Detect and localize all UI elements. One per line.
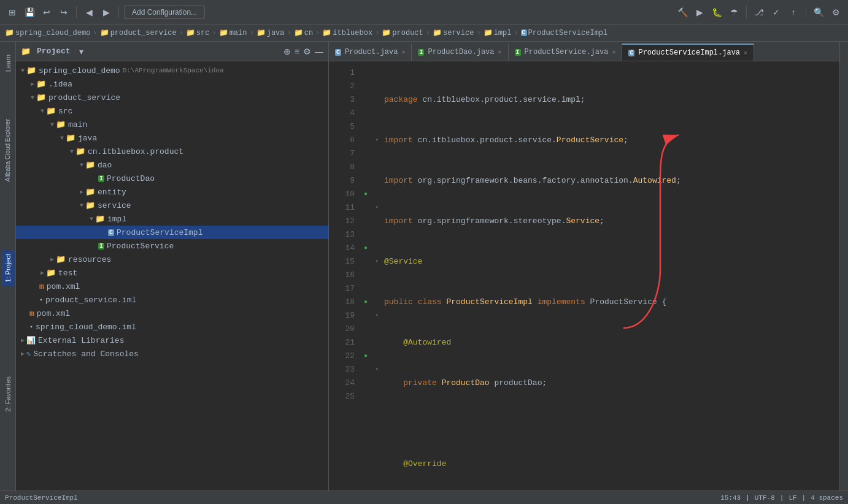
line-num-25: 25 bbox=[329, 390, 360, 403]
fold-15[interactable]: ▾ bbox=[372, 255, 382, 269]
sidebar-tab-learn[interactable]: Learn bbox=[2, 51, 14, 75]
bc-product-service[interactable]: product_service bbox=[110, 29, 177, 37]
toolbar-btn-forward[interactable]: ▶ bbox=[99, 5, 114, 20]
tree-item-productdao[interactable]: I ProductDao bbox=[16, 172, 328, 185]
tree-label: pom.xml bbox=[37, 309, 71, 318]
fold-12 bbox=[372, 215, 382, 228]
toolbar-btn-undo[interactable]: ↩ bbox=[39, 5, 54, 20]
toolbar-btn-save[interactable]: 💾 bbox=[22, 5, 37, 20]
tree-item-java[interactable]: ▼ 📁 java bbox=[16, 131, 328, 145]
tab-productdao-java[interactable]: I ProductDao.java ✕ bbox=[412, 44, 508, 61]
tree-item-external-libs[interactable]: ▶ 📊 External Libraries bbox=[16, 334, 328, 347]
project-options-btn[interactable]: ≡ bbox=[295, 47, 299, 56]
line-num-24: 24 bbox=[329, 376, 360, 390]
bc-java[interactable]: java bbox=[267, 29, 285, 37]
tree-item-demo-iml[interactable]: ▪ spring_cloud_demo.iml bbox=[16, 320, 328, 334]
folder-icon: 📁 bbox=[95, 214, 105, 224]
tree-item-dao[interactable]: ▼ 📁 dao bbox=[16, 158, 328, 172]
gutter-23 bbox=[360, 363, 372, 376]
toolbar-btn-grid[interactable]: ⊞ bbox=[5, 5, 20, 20]
tree-label: resources bbox=[68, 255, 111, 264]
tab-close-btn[interactable]: ✕ bbox=[612, 48, 615, 56]
bc-productserviceimpl[interactable]: ProductServiceImpl bbox=[528, 29, 608, 37]
toolbar-btn-run[interactable]: ▶ bbox=[692, 5, 707, 20]
tree-item-product-iml[interactable]: ▪ product_service.iml bbox=[16, 293, 328, 307]
tree-item-productservice[interactable]: I ProductService bbox=[16, 239, 328, 253]
tree-item-entity[interactable]: ▶ 📁 entity bbox=[16, 185, 328, 199]
toolbar-btn-back[interactable]: ◀ bbox=[82, 5, 96, 20]
bc-src[interactable]: src bbox=[196, 29, 210, 37]
tree-item-cn-itbluebox-product[interactable]: ▼ 📁 cn.itbluebox.product bbox=[16, 145, 328, 158]
kw: class bbox=[418, 296, 442, 309]
bc-spring-cloud-demo[interactable]: spring_cloud_demo bbox=[15, 29, 90, 37]
tab-productservice-java[interactable]: I ProductService.java ✕ bbox=[509, 44, 623, 61]
code-editor[interactable]: 1 2 3 4 5 6 7 8 9 10 11 12 13 14 15 16 1… bbox=[329, 61, 839, 491]
sidebar-tab-alibaba[interactable]: Alibaba Cloud Explorer bbox=[2, 115, 13, 185]
gutter-14: ● bbox=[360, 242, 372, 255]
toolbar-btn-debug[interactable]: 🐛 bbox=[709, 5, 724, 20]
toolbar-btn-coverage[interactable]: ☂ bbox=[727, 5, 741, 20]
tree-label: service bbox=[98, 201, 131, 210]
sidebar-tab-favorites[interactable]: 2: Favorites bbox=[2, 373, 14, 415]
kw: package bbox=[384, 93, 418, 107]
tree-item-productserviceimpl[interactable]: C ProductServiceImpl bbox=[16, 226, 328, 239]
status-encoding: UTF-8 bbox=[755, 494, 775, 502]
project-minimize-btn[interactable]: — bbox=[315, 47, 323, 56]
toolbar-btn-commit[interactable]: ✓ bbox=[769, 5, 784, 20]
toolbar-btn-settings[interactable]: ⚙ bbox=[828, 5, 843, 20]
toolbar-btn-redo[interactable]: ↪ bbox=[56, 5, 71, 20]
left-panel-labels: Learn Alibaba Cloud Explorer 1: Project … bbox=[0, 42, 16, 491]
tab-close-btn[interactable]: ✕ bbox=[744, 49, 747, 56]
fold-23[interactable]: ▾ bbox=[372, 363, 382, 376]
bc-service[interactable]: service bbox=[443, 29, 474, 37]
tree-item-scratches[interactable]: ▶ ✎ Scratches and Consoles bbox=[16, 347, 328, 361]
arrow-icon: ▶ bbox=[50, 256, 54, 263]
toolbar-btn-build[interactable]: 🔨 bbox=[675, 5, 690, 20]
editor-area: C Product.java ✕ I ProductDao.java ✕ I P… bbox=[329, 42, 839, 491]
annotation: @Override bbox=[403, 457, 446, 471]
tree-item-impl[interactable]: ▼ 📁 impl bbox=[16, 212, 328, 226]
toolbar-btn-push[interactable]: ↑ bbox=[786, 5, 801, 20]
fold-19[interactable]: ▾ bbox=[372, 309, 382, 323]
tree-item-resources[interactable]: ▶ 📁 resources bbox=[16, 253, 328, 266]
tab-productserviceimpl-java[interactable]: C ProductServiceImpl.java ✕ bbox=[622, 44, 754, 61]
tree-item-src[interactable]: ▼ 📁 src bbox=[16, 104, 328, 118]
tree-item-product-service[interactable]: ▼ 📁 product_service bbox=[16, 91, 328, 104]
arrow-icon: ▶ bbox=[21, 350, 25, 357]
toolbar-btn-git[interactable]: ⎇ bbox=[752, 5, 766, 20]
fold-11[interactable]: ▾ bbox=[372, 201, 382, 215]
bc-cn[interactable]: cn bbox=[304, 29, 313, 37]
bc-main[interactable]: main bbox=[229, 29, 247, 37]
tree-item-service[interactable]: ▼ 📁 service bbox=[16, 199, 328, 212]
tab-label: Product.java bbox=[345, 48, 398, 56]
tree-item-idea[interactable]: ▶ 📁 .idea bbox=[16, 77, 328, 91]
code-content[interactable]: package cn.itbluebox.product.service.imp… bbox=[382, 61, 839, 491]
line-num-1: 1 bbox=[329, 66, 360, 80]
arrow-icon: ▼ bbox=[80, 162, 83, 169]
tree-item-pom-product[interactable]: m pom.xml bbox=[16, 280, 328, 293]
project-expand-btn[interactable]: ▾ bbox=[79, 47, 83, 56]
tab-close-btn[interactable]: ✕ bbox=[401, 48, 405, 56]
add-configuration-button[interactable]: Add Configuration... bbox=[124, 6, 205, 19]
tree-item-pom-root[interactable]: m pom.xml bbox=[16, 307, 328, 320]
punc: { bbox=[657, 296, 667, 309]
tree-item-spring-cloud-demo[interactable]: ▼ 📁 spring_cloud_demo D:\AProgramWorkSpa… bbox=[16, 64, 328, 77]
gutter-20 bbox=[360, 323, 372, 336]
project-gear-btn[interactable]: ⚙ bbox=[303, 47, 311, 56]
tree-item-test[interactable]: ▶ 📁 test bbox=[16, 266, 328, 280]
toolbar-btn-search[interactable]: 🔍 bbox=[811, 5, 826, 20]
arrow-icon: ▼ bbox=[40, 108, 44, 115]
kw: import bbox=[384, 174, 413, 188]
sidebar-tab-project[interactable]: 1: Project bbox=[2, 250, 14, 286]
fold-17 bbox=[372, 282, 382, 296]
kw: import bbox=[384, 134, 413, 147]
tab-product-java[interactable]: C Product.java ✕ bbox=[329, 44, 412, 61]
tree-item-main[interactable]: ▼ 📁 main bbox=[16, 118, 328, 131]
fold-6[interactable]: ▾ bbox=[372, 134, 382, 147]
bc-product[interactable]: product bbox=[392, 29, 423, 37]
bc-itbluebox[interactable]: itbluebox bbox=[333, 29, 372, 37]
bc-impl[interactable]: impl bbox=[494, 29, 512, 37]
project-locate-btn[interactable]: ⊕ bbox=[283, 47, 291, 56]
tree-path-label: D:\AProgramWorkSpace\idea bbox=[123, 67, 224, 74]
tab-close-btn[interactable]: ✕ bbox=[498, 48, 502, 56]
